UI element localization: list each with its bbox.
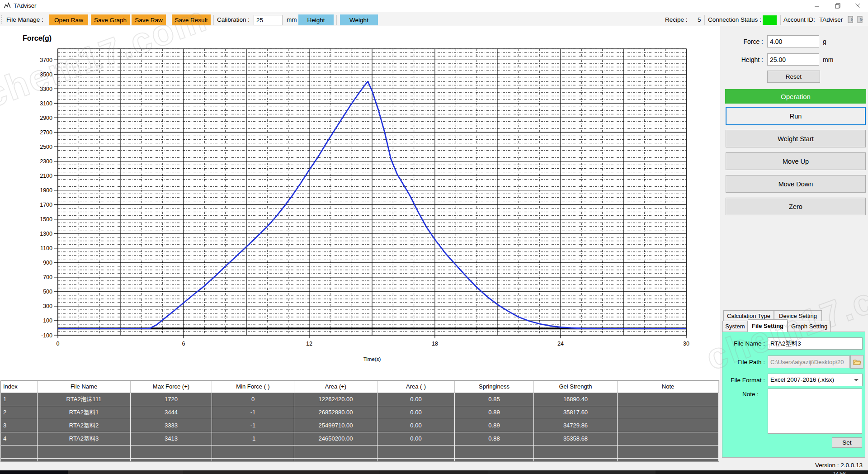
table-cell[interactable]: 0 xyxy=(212,393,294,406)
table-cell[interactable] xyxy=(212,459,294,462)
logout-button[interactable] xyxy=(857,15,864,26)
table-cell[interactable]: 0.89 xyxy=(455,419,534,432)
table-cell[interactable] xyxy=(1,459,38,462)
height-button[interactable]: Height xyxy=(298,14,334,25)
open-raw-button[interactable]: Open Raw xyxy=(49,14,88,25)
file-path-input[interactable] xyxy=(768,356,850,368)
taskbar[interactable]: 14:58 xyxy=(0,470,868,474)
weight-button[interactable]: Weight xyxy=(340,14,378,25)
table-header-cell[interactable]: Max Force (+) xyxy=(131,381,212,393)
save-raw-button[interactable]: Save Raw xyxy=(132,14,166,25)
table-cell[interactable]: 3333 xyxy=(131,419,212,432)
close-button[interactable] xyxy=(848,0,868,12)
weight-start-button[interactable]: Weight Start xyxy=(726,130,866,147)
table-cell[interactable] xyxy=(534,446,618,459)
table-cell[interactable] xyxy=(131,459,212,462)
toolbar-grip[interactable] xyxy=(1,15,2,24)
table-cell[interactable] xyxy=(534,459,618,462)
table-cell[interactable] xyxy=(455,446,534,459)
table-cell[interactable]: 24650200.00 xyxy=(294,432,377,446)
table-empty-row[interactable] xyxy=(1,446,719,459)
table-header-cell[interactable]: Area (-) xyxy=(377,381,455,393)
table-cell[interactable]: RTA2塑料1 xyxy=(38,406,131,419)
table-header-cell[interactable]: Note xyxy=(618,381,719,393)
table-cell[interactable]: 0.89 xyxy=(455,406,534,419)
file-name-input[interactable] xyxy=(768,337,863,350)
table-header-cell[interactable]: Springiness xyxy=(455,381,534,393)
table-cell[interactable]: 3444 xyxy=(131,406,212,419)
table-row[interactable]: 3RTA2塑料23333-125499710.000.000.8934729.8… xyxy=(1,419,719,432)
table-cell[interactable]: 1720 xyxy=(131,393,212,406)
table-row[interactable]: 1RTA2泡沫1111720012262420.000.000.8516890.… xyxy=(1,393,719,406)
table-cell[interactable] xyxy=(294,459,377,462)
table-cell[interactable]: 2 xyxy=(1,406,38,419)
restore-button[interactable] xyxy=(827,0,848,12)
note-textarea[interactable] xyxy=(768,389,862,434)
table-cell[interactable]: RTA2塑料3 xyxy=(38,432,131,446)
table-cell[interactable]: 0.00 xyxy=(377,393,455,406)
login-button[interactable] xyxy=(847,15,855,26)
set-button[interactable]: Set xyxy=(832,437,862,448)
table-cell[interactable] xyxy=(618,419,719,432)
table-cell[interactable]: 35817.60 xyxy=(534,406,618,419)
table-cell[interactable] xyxy=(377,459,455,462)
table-cell[interactable] xyxy=(38,459,131,462)
table-cell[interactable] xyxy=(377,446,455,459)
table-header-cell[interactable]: Area (+) xyxy=(294,381,377,393)
table-cell[interactable] xyxy=(131,446,212,459)
table-cell[interactable] xyxy=(1,446,38,459)
table-cell[interactable]: 12262420.00 xyxy=(294,393,377,406)
table-cell[interactable]: RTA2泡沫111 xyxy=(38,393,131,406)
table-cell[interactable]: 3 xyxy=(1,419,38,432)
table-cell[interactable]: 4 xyxy=(1,432,38,446)
minimize-button[interactable] xyxy=(807,0,827,12)
table-cell[interactable]: 25499710.00 xyxy=(294,419,377,432)
table-cell[interactable]: 26852880.00 xyxy=(294,406,377,419)
table-cell[interactable]: 16890.40 xyxy=(534,393,618,406)
tab-graph-setting[interactable]: Graph Setting xyxy=(788,321,831,332)
table-cell[interactable]: -1 xyxy=(212,432,294,446)
table-cell[interactable]: 0.00 xyxy=(377,419,455,432)
file-format-select[interactable]: Excel 2007-2016 (.xlsx) xyxy=(768,374,863,386)
move-up-button[interactable]: Move Up xyxy=(726,152,866,170)
table-cell[interactable] xyxy=(294,446,377,459)
tab-system[interactable]: System xyxy=(722,321,748,332)
table-cell[interactable]: 0.00 xyxy=(377,432,455,446)
table-cell[interactable]: -1 xyxy=(212,419,294,432)
browse-folder-button[interactable] xyxy=(850,355,863,369)
table-header-cell[interactable]: Index xyxy=(1,381,38,393)
tab-file-setting[interactable]: File Setting xyxy=(748,319,788,332)
table-cell[interactable]: 0.85 xyxy=(455,393,534,406)
table-cell[interactable]: 1 xyxy=(1,393,38,406)
table-cell[interactable] xyxy=(618,393,719,406)
table-empty-row[interactable] xyxy=(1,459,719,462)
reset-button[interactable]: Reset xyxy=(767,71,820,83)
table-cell[interactable] xyxy=(212,446,294,459)
table-cell[interactable]: 0.00 xyxy=(377,406,455,419)
height-setpoint-input[interactable] xyxy=(767,53,819,66)
move-down-button[interactable]: Move Down xyxy=(726,175,866,193)
table-cell[interactable]: 35358.68 xyxy=(534,432,618,446)
table-cell[interactable]: 0.88 xyxy=(455,432,534,446)
save-graph-button[interactable]: Save Graph xyxy=(91,14,130,25)
table-cell[interactable]: -1 xyxy=(212,406,294,419)
table-cell[interactable]: RTA2塑料2 xyxy=(38,419,131,432)
table-row[interactable]: 4RTA2塑料33413-124650200.000.000.8835358.6… xyxy=(1,432,719,446)
table-cell[interactable] xyxy=(618,406,719,419)
table-cell[interactable] xyxy=(455,459,534,462)
save-result-button[interactable]: Save Result xyxy=(172,14,211,25)
table-cell[interactable] xyxy=(618,446,719,459)
table-cell[interactable] xyxy=(38,446,131,459)
table-cell[interactable] xyxy=(618,432,719,446)
table-row[interactable]: 2RTA2塑料13444-126852880.000.000.8935817.6… xyxy=(1,406,719,419)
table-header-cell[interactable]: File Name xyxy=(38,381,131,393)
table-header-cell[interactable]: Min Force (-) xyxy=(212,381,294,393)
calibration-input[interactable] xyxy=(254,15,283,25)
table-cell[interactable] xyxy=(618,459,719,462)
zero-button[interactable]: Zero xyxy=(726,198,866,215)
force-setpoint-input[interactable] xyxy=(767,35,819,47)
table-cell[interactable]: 34729.86 xyxy=(534,419,618,432)
run-button[interactable]: Run xyxy=(726,107,866,125)
table-cell[interactable]: 3413 xyxy=(131,432,212,446)
table-header-cell[interactable]: Gel Strength xyxy=(534,381,618,393)
